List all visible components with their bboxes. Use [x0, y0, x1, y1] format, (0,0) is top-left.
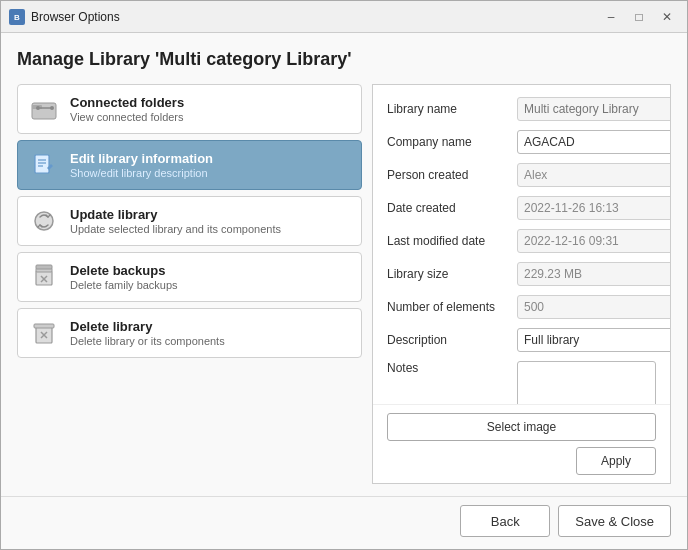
- person-created-row: Person created: [387, 163, 656, 187]
- notes-textarea[interactable]: [517, 361, 656, 404]
- window-controls: – □ ✕: [599, 7, 679, 27]
- library-size-row: Library size: [387, 262, 656, 286]
- date-created-input: [517, 196, 670, 220]
- company-name-input[interactable]: [517, 130, 670, 154]
- connected-folders-icon: [28, 93, 60, 125]
- right-actions: Select image Apply: [373, 404, 670, 483]
- right-panel: Library name Company name Person created…: [372, 84, 671, 484]
- person-created-input: [517, 163, 670, 187]
- main-window: B Browser Options – □ ✕ Manage Library '…: [0, 0, 688, 550]
- library-name-input[interactable]: [517, 97, 670, 121]
- connected-folders-title: Connected folders: [70, 95, 184, 110]
- delete-library-title: Delete library: [70, 319, 225, 334]
- update-library-icon: [28, 205, 60, 237]
- app-icon: B: [9, 9, 25, 25]
- menu-item-delete-backups[interactable]: Delete backups Delete family backups: [17, 252, 362, 302]
- description-label: Description: [387, 333, 517, 347]
- delete-library-subtitle: Delete library or its components: [70, 335, 225, 347]
- last-modified-label: Last modified date: [387, 234, 517, 248]
- save-close-button[interactable]: Save & Close: [558, 505, 671, 537]
- date-created-row: Date created: [387, 196, 656, 220]
- update-library-title: Update library: [70, 207, 281, 222]
- library-name-label: Library name: [387, 102, 517, 116]
- description-input[interactable]: [517, 328, 670, 352]
- delete-backups-subtitle: Delete family backups: [70, 279, 178, 291]
- svg-rect-18: [34, 324, 54, 328]
- update-library-subtitle: Update selected library and its componen…: [70, 223, 281, 235]
- window-title: Browser Options: [31, 10, 599, 24]
- last-modified-input: [517, 229, 670, 253]
- select-image-button[interactable]: Select image: [387, 413, 656, 441]
- delete-backups-icon: [28, 261, 60, 293]
- num-elements-label: Number of elements: [387, 300, 517, 314]
- update-library-text: Update library Update selected library a…: [70, 207, 281, 235]
- content-area: Manage Library 'Multi category Library': [1, 33, 687, 496]
- delete-library-text: Delete library Delete library or its com…: [70, 319, 225, 347]
- menu-item-connected-folders[interactable]: Connected folders View connected folders: [17, 84, 362, 134]
- library-size-label: Library size: [387, 267, 517, 281]
- page-title: Manage Library 'Multi category Library': [17, 49, 671, 70]
- num-elements-input: [517, 295, 670, 319]
- last-modified-row: Last modified date: [387, 229, 656, 253]
- connected-folders-subtitle: View connected folders: [70, 111, 184, 123]
- delete-backups-title: Delete backups: [70, 263, 178, 278]
- menu-item-edit-library[interactable]: Edit library information Show/edit libra…: [17, 140, 362, 190]
- date-created-label: Date created: [387, 201, 517, 215]
- main-area: Connected folders View connected folders: [17, 84, 671, 484]
- apply-button[interactable]: Apply: [576, 447, 656, 475]
- svg-rect-14: [36, 265, 52, 269]
- delete-backups-text: Delete backups Delete family backups: [70, 263, 178, 291]
- notes-row: Notes: [387, 361, 656, 404]
- connected-folders-text: Connected folders View connected folders: [70, 95, 184, 123]
- edit-library-subtitle: Show/edit library description: [70, 167, 213, 179]
- left-panel: Connected folders View connected folders: [17, 84, 362, 484]
- edit-library-title: Edit library information: [70, 151, 213, 166]
- menu-item-update-library[interactable]: Update library Update selected library a…: [17, 196, 362, 246]
- notes-label: Notes: [387, 361, 517, 375]
- company-name-label: Company name: [387, 135, 517, 149]
- edit-library-icon: [28, 149, 60, 181]
- edit-library-text: Edit library information Show/edit libra…: [70, 151, 213, 179]
- svg-rect-7: [35, 155, 49, 173]
- close-button[interactable]: ✕: [655, 7, 679, 27]
- person-created-label: Person created: [387, 168, 517, 182]
- svg-point-4: [36, 106, 40, 110]
- svg-point-6: [50, 106, 54, 110]
- form-scroll: Library name Company name Person created…: [373, 85, 670, 404]
- maximize-button[interactable]: □: [627, 7, 651, 27]
- company-name-row: Company name: [387, 130, 656, 154]
- menu-item-delete-library[interactable]: Delete library Delete library or its com…: [17, 308, 362, 358]
- titlebar: B Browser Options – □ ✕: [1, 1, 687, 33]
- bottom-bar: Back Save & Close: [1, 496, 687, 549]
- library-size-input: [517, 262, 670, 286]
- back-button[interactable]: Back: [460, 505, 550, 537]
- delete-library-icon: [28, 317, 60, 349]
- num-elements-row: Number of elements: [387, 295, 656, 319]
- minimize-button[interactable]: –: [599, 7, 623, 27]
- description-row: Description: [387, 328, 656, 352]
- svg-text:B: B: [14, 13, 20, 22]
- library-name-row: Library name: [387, 97, 656, 121]
